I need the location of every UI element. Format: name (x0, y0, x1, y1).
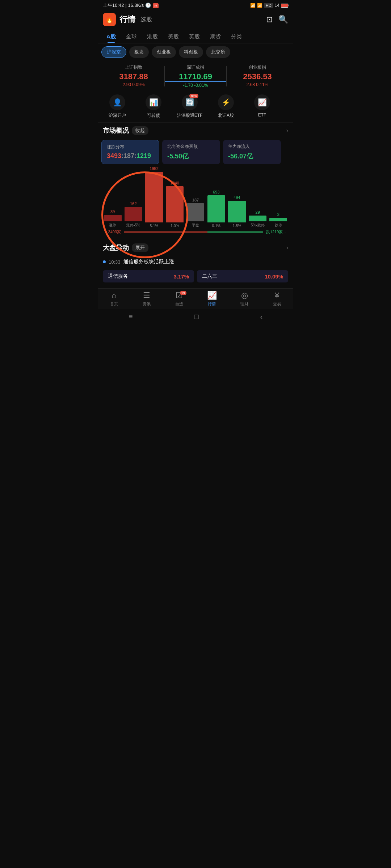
bar-group-dn-5[interactable]: 295%-跌停 (248, 166, 268, 228)
chart-up-count: ↑ 3493家 (105, 229, 121, 235)
main-tab-cat[interactable]: 分类 (226, 30, 247, 43)
index-section: 上证指数 3187.88 2.90 0.09% 深证成指 11710.69 -1… (98, 61, 293, 91)
nav-label-trade: 交易 (273, 301, 281, 307)
bar-bottom-label-up-0: 1-0% (171, 224, 179, 228)
sub-tab-kechuang[interactable]: 科创板 (179, 46, 203, 58)
stock-name-0: 通信服务 (108, 273, 128, 280)
bar-group-up-5[interactable]: 162涨停-5% (123, 166, 143, 228)
sub-tabs: 沪深京板块创业板科创板北交所 (98, 43, 293, 61)
main-tab-a[interactable]: A股 (101, 30, 121, 43)
quick-item-beizheng[interactable]: ⚡ 北证A股 (208, 94, 244, 119)
index-item-1[interactable]: 深证成指 11710.69 -1.70 -0.01% (165, 64, 226, 88)
sys-home-button[interactable]: □ (194, 312, 198, 321)
quick-item-account[interactable]: 👤 沪深开户 (99, 94, 135, 119)
sub-tab-block[interactable]: 板块 (129, 46, 149, 58)
bar-top-label-dn-1: 494 (234, 195, 240, 200)
main-tab-hk[interactable]: 港股 (142, 30, 163, 43)
chart-footer: ↑ 3493家 跌1219家 ↓ (101, 228, 290, 236)
bar-top-label-up-0: 1340 (171, 181, 179, 185)
card-value-distribution: 3493:187:1219 (107, 152, 154, 160)
quick-item-convert[interactable]: 📊 可转债 (135, 94, 172, 119)
nav-label-home: 首页 (110, 301, 118, 307)
anomaly-toggle-button[interactable]: 展开 (132, 243, 148, 252)
stock-pct-0: 3.17% (173, 273, 189, 280)
market-card-north[interactable]: 北向资金净买额 -5.50亿 (162, 140, 220, 164)
index-item-0[interactable]: 上证指数 3187.88 2.90 0.09% (103, 64, 164, 88)
nav-label-wealth: 理财 (240, 301, 248, 307)
nav-item-market[interactable]: 📈 行情 (196, 291, 228, 307)
index-change-1: -1.70 -0.01% (165, 83, 226, 88)
quick-menu: 👤 沪深开户 📊 可转债 🔄 new 沪深股通ETF ⚡ 北证A股 📈 ETF (98, 91, 293, 123)
anomaly-title: 大盘异动 (103, 243, 129, 252)
export-button[interactable]: ⊡ (266, 15, 273, 24)
bar-top-label-up-1: 1952 (150, 166, 158, 171)
stock-tag-0[interactable]: 通信服务 3.17% (103, 270, 194, 282)
sub-tab-beijiao[interactable]: 北交所 (206, 46, 230, 58)
nav-item-trade[interactable]: ¥ 交易 (261, 291, 293, 307)
market-toggle-button[interactable]: 收起 (132, 126, 148, 135)
status-right: 📶 📶 HD 14 (250, 3, 288, 8)
card-value-main: -56.07亿 (228, 152, 276, 161)
quick-label-beizheng: 北证A股 (218, 112, 234, 119)
bar-dn-limit (269, 218, 287, 221)
new-badge-etf: new (189, 94, 198, 98)
index-item-2[interactable]: 创业板指 2536.53 2.68 0.11% (227, 64, 288, 88)
nav-icon-trade: ¥ (275, 291, 279, 300)
bar-group-up-1[interactable]: 19525-1% (144, 166, 164, 228)
bar-group-dn-limit[interactable]: 3跌停 (269, 166, 288, 228)
bar-dn-1 (228, 201, 246, 222)
bar-up-limit (104, 215, 122, 221)
nav-item-home[interactable]: ⌂ 首页 (98, 291, 130, 307)
bar-bottom-label-dn-limit: 跌停 (275, 223, 282, 228)
nav-label-watchlist: 自选 (175, 301, 183, 307)
nav-icon-market: 📈 (207, 291, 217, 300)
sys-back-button[interactable]: ‹ (260, 312, 262, 321)
stock-tag-1[interactable]: 二六三 10.09% (197, 270, 288, 282)
index-change-2: 2.68 0.11% (227, 82, 288, 87)
market-card-distribution[interactable]: 涨跌分布 3493:187:1219 (101, 140, 159, 164)
nav-item-news[interactable]: ☰ 资讯 (130, 291, 163, 307)
quick-icon-convert: 📊 (146, 94, 161, 110)
bar-dn-5 (249, 216, 266, 221)
market-cards: 涨跌分布 3493:187:1219 北向资金净买额 -5.50亿 主力净流入 … (98, 139, 293, 168)
app-logo: 🔥 (103, 13, 116, 26)
main-tab-us[interactable]: 美股 (163, 30, 184, 43)
nav-item-wealth[interactable]: ◎ 理财 (228, 291, 261, 307)
card-title-main: 主力净流入 (228, 144, 276, 150)
search-button[interactable]: 🔍 (278, 15, 288, 24)
bar-up-5 (125, 207, 142, 221)
quick-label-etf: 沪深股通ETF (177, 112, 203, 119)
main-tab-futures[interactable]: 期货 (205, 30, 226, 43)
anomaly-arrow-icon: › (286, 244, 288, 251)
bar-top-label-flat: 187 (192, 198, 199, 202)
header: 🔥 行情 选股 ⊡ 🔍 (98, 10, 293, 29)
bar-group-dn-0[interactable]: 6930-1% (206, 166, 226, 228)
bar-group-dn-1[interactable]: 4941-5% (227, 166, 247, 228)
bar-group-up-limit[interactable]: 39涨停 (103, 166, 122, 228)
main-tab-global[interactable]: 全球 (121, 30, 142, 43)
status-time: 上午10:42 (103, 3, 124, 8)
sub-tab-hushen[interactable]: 沪深京 (101, 46, 126, 58)
bar-group-up-0[interactable]: 13401-0% (165, 166, 185, 228)
bar-bottom-label-dn-0: 0-1% (212, 224, 220, 228)
quick-icon-account: 👤 (109, 94, 125, 110)
bar-group-flat[interactable]: 187平盘 (186, 166, 205, 228)
quick-item-etf2[interactable]: 📈 ETF (244, 94, 280, 119)
index-name-2: 创业板指 (227, 64, 288, 71)
main-tabs: A股全球港股美股英股期货分类 (98, 29, 293, 43)
wifi-icon: 📶 (257, 3, 262, 8)
main-tab-uk[interactable]: 英股 (184, 30, 205, 43)
index-value-0: 3187.88 (103, 72, 164, 81)
nav-item-watchlist[interactable]: 19 ☑ 自选 (163, 291, 196, 307)
nav-label-market: 行情 (208, 301, 216, 307)
market-card-main[interactable]: 主力净流入 -56.07亿 (223, 140, 281, 164)
sub-tab-chuangye[interactable]: 创业板 (152, 46, 176, 58)
anomaly-section: 大盘异动 展开 › 10:33 通信服务板块活跃上涨 通信服务 3.17% 二六… (98, 240, 293, 288)
sys-menu-button[interactable]: ≡ (129, 312, 133, 321)
bar-bottom-label-up-limit: 涨停 (109, 223, 116, 228)
index-name-0: 上证指数 (103, 64, 164, 71)
signal-icon: 📶 (250, 3, 256, 8)
bar-up-1 (145, 172, 163, 222)
bar-top-label-up-limit: 39 (110, 209, 115, 214)
quick-item-etf[interactable]: 🔄 new 沪深股通ETF (172, 94, 208, 119)
